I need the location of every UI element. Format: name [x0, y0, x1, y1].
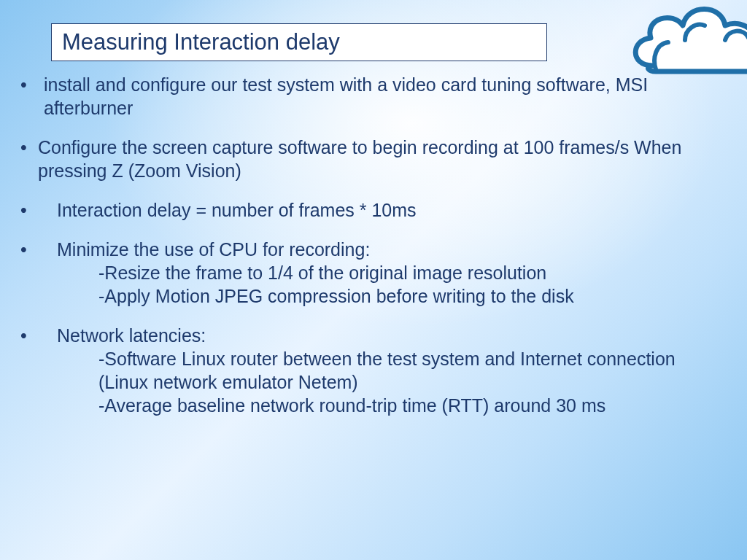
slide-content: • install and configure our test system …	[15, 73, 729, 417]
bullet-text: Minimize the use of CPU for recording:	[44, 238, 729, 261]
bullet-marker: •	[15, 198, 44, 222]
slide-title-box: Measuring Interaction delay	[51, 23, 547, 61]
bullet-item: • Configure the screen capture software …	[15, 136, 729, 182]
sub-list: -Resize the frame to 1/4 of the original…	[98, 261, 729, 308]
sub-item: -Software Linux router between the test …	[98, 347, 729, 394]
bullet-text: Interaction delay = number of frames * 1…	[44, 198, 729, 222]
bullet-item: • Network latencies:	[15, 324, 729, 347]
bullet-item: • Interaction delay = number of frames *…	[15, 198, 729, 222]
bullet-item: • install and configure our test system …	[15, 73, 729, 120]
sub-item: -Apply Motion JPEG compression before wr…	[98, 284, 729, 308]
bullet-text: install and configure our test system wi…	[44, 73, 729, 120]
sub-item: -Average baseline network round-trip tim…	[98, 394, 729, 417]
bullet-marker: •	[15, 324, 44, 347]
bullet-text: Configure the screen capture software to…	[38, 136, 729, 182]
bullet-text: Network latencies:	[44, 324, 729, 347]
sub-list: -Software Linux router between the test …	[98, 347, 729, 417]
bullet-marker: •	[15, 73, 44, 120]
bullet-item: • Minimize the use of CPU for recording:	[15, 238, 729, 261]
bullet-marker: •	[15, 238, 44, 261]
slide-title: Measuring Interaction delay	[62, 29, 340, 55]
sub-item: -Resize the frame to 1/4 of the original…	[98, 261, 729, 284]
